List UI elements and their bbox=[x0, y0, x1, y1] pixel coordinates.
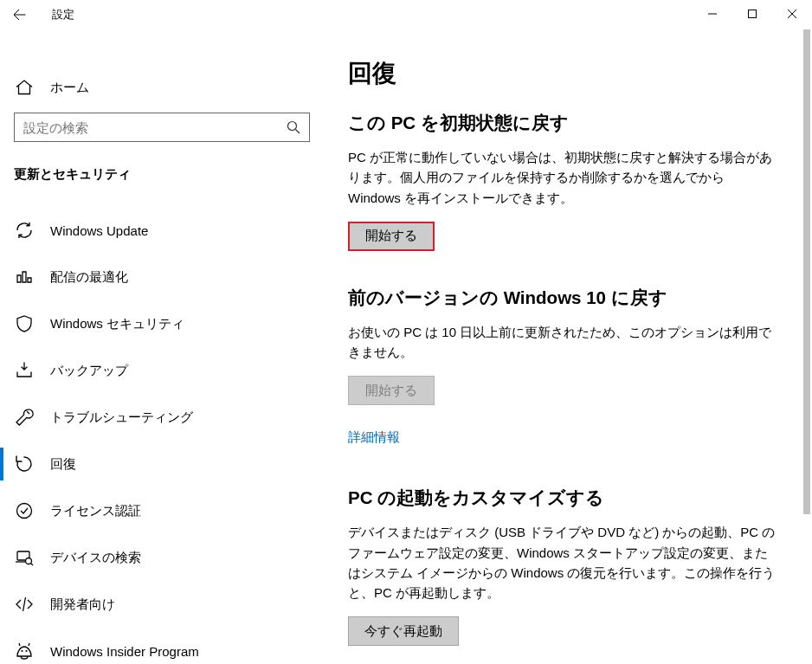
svg-point-6 bbox=[25, 650, 27, 652]
nav-item-label: デバイスの検索 bbox=[50, 550, 141, 566]
svg-point-5 bbox=[21, 650, 23, 652]
nav-item-insider[interactable]: Windows Insider Program bbox=[0, 628, 338, 664]
nav-item-label: 回復 bbox=[50, 456, 76, 473]
nav-item-windows-update[interactable]: Windows Update bbox=[0, 207, 338, 254]
search-icon bbox=[287, 120, 300, 134]
previous-details-link[interactable]: 詳細情報 bbox=[348, 429, 400, 446]
nav-item-label: バックアップ bbox=[50, 363, 128, 379]
search-box[interactable] bbox=[14, 113, 310, 142]
window-controls bbox=[693, 0, 812, 28]
search-input[interactable] bbox=[23, 120, 287, 135]
nav-item-delivery-optimization[interactable]: 配信の最適化 bbox=[0, 254, 338, 300]
maximize-icon bbox=[748, 10, 757, 18]
sync-icon bbox=[14, 220, 35, 241]
nav-item-activation[interactable]: ライセンス認証 bbox=[0, 487, 338, 534]
main-content: 回復 この PC を初期状態に戻す PC が正常に動作していない場合は、初期状態… bbox=[338, 29, 812, 664]
sidebar: ホーム 更新とセキュリティ Windows Update bbox=[0, 29, 338, 664]
section-previous-version: 前のバージョンの Windows 10 に戻す お使いの PC は 10 日以上… bbox=[348, 286, 777, 452]
nav-item-label: 配信の最適化 bbox=[50, 269, 128, 286]
section-desc: お使いの PC は 10 日以上前に更新されたため、このオプションは利用できませ… bbox=[348, 322, 777, 363]
nav-list: Windows Update 配信の最適化 Windows セキュリティ bbox=[0, 207, 338, 664]
close-icon bbox=[788, 10, 796, 18]
home-label: ホーム bbox=[50, 80, 89, 96]
wrench-icon bbox=[14, 407, 35, 428]
section-heading: PC の起動をカスタマイズする bbox=[348, 486, 777, 510]
section-heading: 前のバージョンの Windows 10 に戻す bbox=[348, 286, 777, 310]
title-bar: 設定 bbox=[0, 0, 812, 29]
nav-item-label: ライセンス認証 bbox=[50, 503, 141, 519]
svg-point-2 bbox=[17, 504, 32, 519]
nav-item-windows-security[interactable]: Windows セキュリティ bbox=[0, 300, 338, 347]
svg-rect-0 bbox=[749, 10, 757, 18]
nav-item-recovery[interactable]: 回復 bbox=[0, 441, 338, 487]
nav-item-find-device[interactable]: デバイスの検索 bbox=[0, 534, 338, 581]
nav-item-label: トラブルシューティング bbox=[50, 409, 193, 426]
backup-icon bbox=[14, 360, 35, 381]
insider-icon bbox=[14, 641, 35, 661]
minimize-icon bbox=[708, 10, 717, 18]
activation-icon bbox=[14, 500, 35, 521]
close-button[interactable] bbox=[772, 0, 812, 28]
section-heading: この PC を初期状態に戻す bbox=[348, 111, 777, 135]
home-icon bbox=[14, 77, 35, 98]
maximize-button[interactable] bbox=[732, 0, 772, 28]
window-title: 設定 bbox=[40, 8, 74, 23]
nav-item-label: Windows セキュリティ bbox=[50, 316, 184, 332]
find-device-icon bbox=[14, 547, 35, 568]
minimize-button[interactable] bbox=[693, 0, 732, 28]
section-startup: PC の起動をカスタマイズする デバイスまたはディスク (USB ドライブや D… bbox=[348, 486, 777, 646]
recovery-icon bbox=[14, 454, 35, 474]
nav-item-label: Windows Update bbox=[50, 223, 148, 238]
section-desc: PC が正常に動作していない場合は、初期状態に戻すと解決する場合があります。個人… bbox=[348, 147, 777, 208]
nav-item-label: Windows Insider Program bbox=[50, 644, 199, 659]
nav-item-troubleshoot[interactable]: トラブルシューティング bbox=[0, 394, 338, 441]
back-arrow-icon bbox=[13, 8, 27, 22]
svg-point-1 bbox=[288, 122, 297, 131]
section-desc: デバイスまたはディスク (USB ドライブや DVD など) からの起動、PC … bbox=[348, 522, 777, 603]
nav-item-developer[interactable]: 開発者向け bbox=[0, 581, 338, 628]
nav-item-label: 開発者向け bbox=[50, 596, 115, 613]
back-button[interactable] bbox=[0, 0, 40, 29]
restart-now-button[interactable]: 今すぐ再起動 bbox=[348, 616, 459, 646]
section-reset: この PC を初期状態に戻す PC が正常に動作していない場合は、初期状態に戻す… bbox=[348, 111, 777, 251]
category-title: 更新とセキュリティ bbox=[0, 151, 338, 195]
shield-icon bbox=[14, 313, 35, 334]
optimize-icon bbox=[14, 267, 35, 287]
nav-item-backup[interactable]: バックアップ bbox=[0, 347, 338, 394]
scrollbar-thumb[interactable] bbox=[803, 29, 810, 514]
svg-point-4 bbox=[26, 558, 32, 564]
home-button[interactable]: ホーム bbox=[0, 68, 338, 107]
previous-start-button: 開始する bbox=[348, 376, 435, 405]
developer-icon bbox=[14, 594, 35, 615]
page-title: 回復 bbox=[348, 57, 777, 90]
reset-start-button[interactable]: 開始する bbox=[348, 222, 435, 251]
